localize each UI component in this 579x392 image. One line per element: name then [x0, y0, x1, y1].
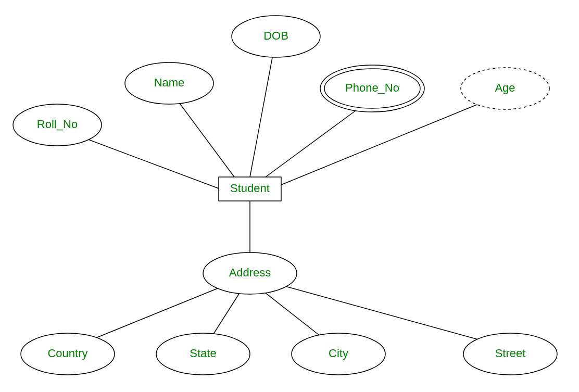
attr-state-label: State: [190, 347, 216, 360]
attr-phone: Phone_No: [320, 65, 424, 112]
attr-address-label: Address: [229, 266, 271, 279]
entity-student-label: Student: [230, 182, 270, 195]
attr-dob: DOB: [232, 16, 320, 57]
edge-address-street: [276, 284, 502, 346]
attr-dob-label: DOB: [263, 29, 288, 42]
entity-student: Student: [219, 177, 281, 201]
edge-student-name: [174, 96, 234, 177]
er-diagram: Student Roll_No Name DOB Phone_No Age Ad…: [0, 0, 579, 392]
attr-city: City: [292, 333, 385, 375]
attr-state: State: [156, 333, 250, 375]
attr-name: Name: [125, 62, 213, 104]
attr-rollno: Roll_No: [13, 104, 102, 146]
attr-street-label: Street: [495, 347, 526, 360]
attr-country-label: Country: [47, 347, 87, 360]
attr-country: Country: [21, 333, 115, 375]
attr-phone-label: Phone_No: [345, 81, 399, 94]
attr-age: Age: [461, 68, 549, 109]
edge-student-rollno: [70, 133, 219, 188]
attr-street: Street: [463, 333, 557, 375]
attr-address: Address: [203, 252, 297, 294]
attr-city-label: City: [329, 347, 348, 360]
edge-student-dob: [250, 52, 273, 177]
attr-rollno-label: Roll_No: [37, 118, 78, 131]
edge-student-phone: [266, 104, 364, 177]
attr-age-label: Age: [495, 81, 515, 94]
attr-name-label: Name: [154, 76, 185, 89]
